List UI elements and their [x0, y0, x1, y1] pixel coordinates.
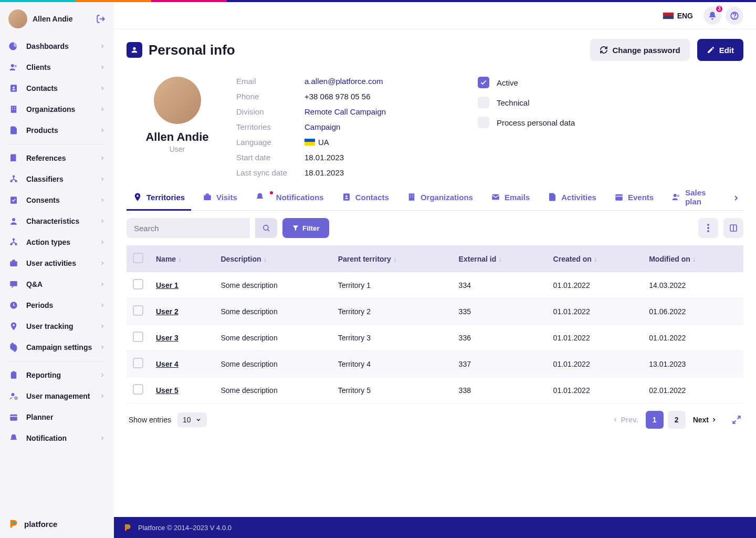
row-created: 01.01.2022 [547, 298, 643, 325]
filter-button[interactable]: Filter [282, 218, 329, 238]
chevron-right-icon [99, 393, 106, 399]
row-checkbox[interactable] [133, 279, 143, 289]
data-table: Name↓Description↓Parent territory↓Extern… [127, 245, 743, 404]
language-selector[interactable]: ENG [663, 12, 693, 20]
change-password-button[interactable]: Change password [590, 39, 689, 61]
logout-button[interactable] [96, 14, 106, 24]
users-icon [8, 62, 19, 73]
search-button[interactable] [255, 218, 277, 238]
tab-sales-plan[interactable]: Sales plan [665, 185, 723, 211]
row-checkbox[interactable] [133, 305, 143, 316]
sidebar-item-notification[interactable]: Notification [0, 428, 114, 449]
column-header[interactable]: Modified on↓ [643, 245, 743, 272]
row-external-id: 336 [453, 325, 547, 351]
column-header[interactable]: Created on↓ [547, 245, 643, 272]
edit-button[interactable]: Edit [697, 39, 743, 61]
sidebar-item-user-activities[interactable]: User activities [0, 253, 114, 274]
row-checkbox[interactable] [133, 358, 143, 368]
notifications-button[interactable]: 3 [704, 7, 721, 25]
select-all-checkbox[interactable] [133, 253, 143, 263]
tab-emails[interactable]: Emails [485, 185, 536, 211]
page-size-select[interactable]: 10 [177, 412, 207, 427]
sidebar-item-campaign-settings[interactable]: Campaign settings [0, 337, 114, 358]
sidebar-item-products[interactable]: Products [0, 120, 114, 141]
field-label: Email [236, 77, 304, 86]
field-label: Phone [236, 92, 304, 101]
flag-us-icon [663, 12, 674, 19]
prev-page[interactable]: Prev. [609, 416, 641, 424]
checkbox-process-personal-data[interactable]: Process personal data [478, 117, 575, 128]
svg-rect-35 [409, 193, 415, 201]
sidebar-item-action-types[interactable]: Action types [0, 232, 114, 253]
column-header[interactable]: Description↓ [215, 245, 332, 272]
tab-visits[interactable]: Visits [196, 185, 244, 211]
briefcase-icon [8, 258, 19, 268]
sidebar-item-reporting[interactable]: Reporting [0, 365, 114, 386]
column-header[interactable]: External id↓ [453, 245, 547, 272]
tab-events[interactable]: Events [608, 185, 660, 211]
row-name-link[interactable]: User 4 [156, 360, 178, 368]
sidebar-item-references[interactable]: References [0, 148, 114, 169]
notification-badge: 3 [715, 5, 723, 13]
sidebar-item-characteristics[interactable]: Characteristics [0, 211, 114, 232]
field-value[interactable]: Campaign [304, 122, 436, 131]
sort-icon: ↓ [594, 255, 597, 263]
more-button[interactable] [698, 218, 718, 238]
row-name-link[interactable]: User 3 [156, 334, 178, 342]
sidebar-item-planner[interactable]: Planner [0, 407, 114, 428]
sidebar-item-clients[interactable]: Clients [0, 57, 114, 78]
page-2[interactable]: 2 [668, 411, 686, 429]
sidebar-item-periods[interactable]: Periods [0, 295, 114, 316]
search-icon [262, 224, 270, 232]
tab-notifications[interactable]: Notifications [249, 185, 330, 211]
qa-icon [8, 279, 19, 289]
row-name-link[interactable]: User 5 [156, 386, 178, 395]
row-external-id: 334 [453, 272, 547, 298]
footer-text: Platforce © 2014–2023 V 4.0.0 [138, 524, 232, 532]
checkbox-technical[interactable]: Technical [478, 97, 575, 108]
sidebar-item-user-management[interactable]: User management [0, 386, 114, 407]
tab-activities[interactable]: Activities [541, 185, 603, 211]
expand-button[interactable] [732, 415, 741, 425]
next-page[interactable]: Next [690, 416, 720, 424]
row-external-id: 337 [453, 351, 547, 377]
svg-point-34 [345, 195, 348, 198]
chevron-right-icon [711, 417, 717, 423]
svg-rect-24 [13, 371, 15, 373]
row-checkbox[interactable] [133, 332, 143, 342]
field-value[interactable]: a.allen@platforce.com [304, 77, 436, 86]
field-label: Language [236, 138, 304, 147]
profile-fields: Emaila.allen@platforce.comPhone+38 068 9… [236, 77, 436, 177]
tabs-scroll-right[interactable] [729, 194, 743, 202]
field-value[interactable]: Remote Call Campaign [304, 107, 436, 116]
column-header[interactable]: Name↓ [150, 245, 215, 272]
sidebar-item-consents[interactable]: Consents [0, 190, 114, 211]
row-checkbox[interactable] [133, 384, 143, 395]
search-field[interactable] [127, 218, 250, 238]
columns-button[interactable] [723, 218, 743, 238]
sort-icon: ↓ [264, 255, 267, 263]
sidebar-item-label: Classifiers [26, 175, 64, 183]
tab-territories[interactable]: Territories [127, 185, 191, 211]
sidebar-item-organizations[interactable]: Organizations [0, 99, 114, 120]
search-input[interactable] [134, 224, 243, 233]
row-name-link[interactable]: User 1 [156, 281, 178, 289]
tab-label: Activities [561, 193, 596, 202]
page-1[interactable]: 1 [646, 411, 664, 429]
row-description: Some description [215, 272, 332, 298]
users-icon [671, 192, 681, 202]
sidebar-item-q&a[interactable]: Q&A [0, 274, 114, 295]
filter-icon [292, 224, 299, 232]
sidebar-item-classifiers[interactable]: Classifiers [0, 169, 114, 190]
sidebar-item-dashboards[interactable]: Dashboards [0, 36, 114, 57]
help-button[interactable] [726, 7, 743, 25]
chevron-right-icon [99, 127, 106, 133]
tab-organizations[interactable]: Organizations [401, 185, 479, 211]
column-header[interactable]: Parent territory↓ [332, 245, 453, 272]
row-name-link[interactable]: User 2 [156, 307, 178, 316]
svg-point-25 [12, 393, 15, 396]
sidebar-item-user-tracking[interactable]: User tracking [0, 316, 114, 337]
tab-contacts[interactable]: Contacts [335, 185, 395, 211]
sidebar-item-contacts[interactable]: Contacts [0, 78, 114, 99]
checkbox-active[interactable]: Active [478, 77, 575, 88]
